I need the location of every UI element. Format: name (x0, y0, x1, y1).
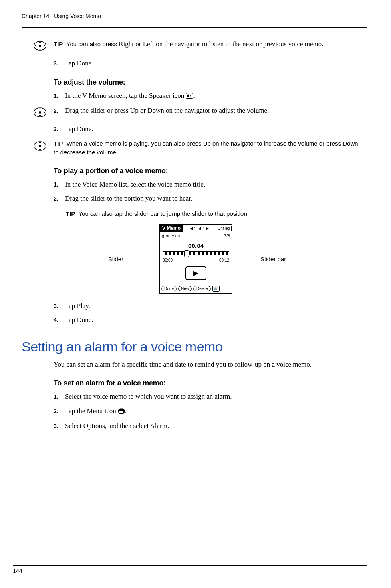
end-time: 00:12 (219, 258, 229, 262)
play-step-4: 4. Tap Done. (54, 315, 363, 325)
elapsed-time: 00:04 (160, 242, 232, 249)
svg-marker-18 (35, 145, 36, 147)
tip-label: TIP (54, 140, 63, 147)
navigator-icon (32, 140, 48, 154)
subhead-adjust-volume: To adjust the volume: (54, 78, 363, 87)
tip-1: TIP You can also press You can also pres… (32, 39, 363, 53)
navigator-icon (32, 40, 48, 53)
svg-marker-5 (44, 45, 45, 47)
svg-marker-4 (35, 45, 36, 47)
chapter-label: Chapter 14 (22, 13, 49, 19)
callout-sliderbar: Slider bar (260, 255, 286, 262)
counter: ◀ 1 of 1 ▶ (190, 226, 209, 231)
speaker-icon[interactable]: 🔊 (212, 286, 220, 292)
step-text: In the V Memo screen, tap the Speaker ic… (65, 91, 195, 102)
callout-slider: Slider (108, 255, 123, 262)
svg-rect-21 (119, 410, 123, 410)
step-text: In the Voice Memo list, select the voice… (65, 179, 205, 190)
step-text: Tap the Menu icon . (65, 406, 127, 417)
step-text: Select the voice memo to which you want … (65, 391, 232, 402)
subhead-set-alarm: To set an alarm for a voice memo: (54, 379, 363, 387)
step-text: Select Options, and then select Alarm. (65, 421, 169, 431)
category-picker[interactable]: Unfiled (216, 226, 232, 231)
step-text: Drag the slider or press Up or Down on t… (65, 105, 269, 116)
memo-name-row: groceries 7/8 (161, 233, 231, 239)
tip-body: You can also tap the slider bar to jump … (78, 210, 249, 217)
adjust-step-2-row: 2. Drag the slider or press Up or Down o… (32, 105, 363, 120)
memo-name[interactable]: groceries (162, 233, 180, 238)
step-number: 1. (54, 393, 61, 401)
step-number: 1. (54, 92, 61, 100)
svg-point-1 (39, 45, 41, 47)
callout-line (127, 259, 155, 259)
callout-line (236, 259, 256, 259)
step-text: Tap Done. (65, 315, 93, 325)
alarm-step-3: 3. Select Options, and then select Alarm… (54, 421, 363, 431)
menu-icon (118, 407, 125, 417)
step-number: 1. (54, 180, 61, 189)
delete-button[interactable]: Delete (193, 286, 211, 291)
palm-vmemo-screen: V Memo ◀ 1 of 1 ▶ Unfiled groceries 7/8 … (159, 224, 232, 294)
section-intro: You can set an alarm for a specific time… (54, 359, 363, 370)
adjust-step-1: 1. In the V Memo screen, tap the Speaker… (54, 91, 363, 102)
svg-point-15 (39, 145, 41, 147)
tip-label: TIP (54, 41, 63, 47)
alarm-step-1: 1. Select the voice memo to which you wa… (54, 391, 363, 402)
svg-point-9 (39, 111, 41, 114)
play-button[interactable]: ▶ (185, 266, 206, 280)
step-number: 3. (54, 302, 61, 310)
step-text: Drag the slider to the portion you want … (65, 193, 192, 204)
done-button[interactable]: Done (161, 286, 177, 291)
step-number: 3. (54, 59, 61, 68)
svg-marker-7 (187, 94, 189, 98)
screenshot-block: Slider V Memo ◀ 1 of 1 ▶ Unfiled groceri… (31, 224, 363, 294)
slider-thumb[interactable] (184, 250, 189, 257)
section-heading-alarm: Setting an alarm for a voice memo (22, 339, 363, 355)
tip-body: When a voice memo is playing, you can al… (54, 140, 358, 156)
subhead-play-portion: To play a portion of a voice memo: (54, 167, 363, 175)
memo-date: 7/8 (224, 233, 230, 238)
tip-2: TIP When a voice memo is playing, you ca… (32, 139, 363, 157)
step-number: 2. (54, 407, 61, 416)
step-text: Tap Done. (65, 58, 93, 69)
step-number: 3. (54, 422, 61, 430)
page-header: Chapter 14 Using Voice Memo (22, 13, 367, 19)
app-title: V Memo (160, 225, 183, 232)
step-text: Tap Done. (65, 124, 93, 134)
svg-marker-12 (35, 111, 36, 114)
svg-marker-19 (44, 145, 45, 147)
navigator-icon (32, 106, 48, 120)
speaker-icon (186, 91, 193, 102)
play-step-3: 3. Tap Play. (54, 301, 363, 311)
step-number: 3. (54, 125, 61, 134)
prev-step-3: 3. Tap Done. (54, 58, 363, 69)
play-step-2: 2. Drag the slider to the portion you wa… (54, 193, 363, 204)
chapter-title: Using Voice Memo (54, 13, 101, 19)
step-text: Tap Play. (65, 301, 90, 311)
alarm-step-2: 2. Tap the Menu icon . (54, 406, 363, 417)
step-number: 4. (54, 316, 61, 324)
tip-label: TIP (66, 210, 75, 217)
header-rule (22, 27, 367, 28)
page-number: 144 (13, 568, 22, 574)
svg-marker-13 (44, 111, 45, 114)
slider-bar[interactable] (163, 251, 229, 255)
step-number: 2. (54, 195, 61, 203)
adjust-step-2: 2. Drag the slider or press Up or Down o… (54, 105, 363, 116)
start-time: 00:00 (163, 258, 173, 262)
step-number: 2. (54, 107, 61, 115)
play-step-1: 1. In the Voice Memo list, select the vo… (54, 179, 363, 190)
adjust-step-3: 3. Tap Done. (54, 124, 363, 134)
new-button[interactable]: New (178, 286, 192, 291)
svg-rect-22 (119, 411, 123, 413)
tip-3: TIP You can also tap the slider bar to j… (66, 210, 363, 217)
page-footer: 144 (13, 565, 367, 574)
